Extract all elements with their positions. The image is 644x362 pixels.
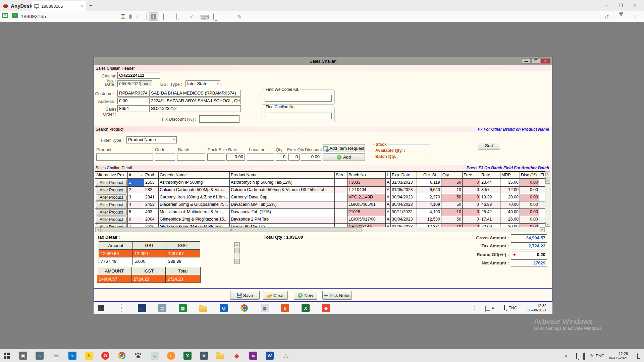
restore-button[interactable]: ❐ — [531, 58, 540, 64]
favorite-star-icon[interactable]: ☆ — [135, 14, 140, 19]
keyboard-settings-icon[interactable]: ⌨ — [200, 14, 209, 21]
free-qty-cell[interactable]: 0 — [463, 201, 480, 209]
session-tab[interactable]: 188893165 × — [32, 1, 86, 11]
new-button[interactable]: +New — [294, 291, 317, 300]
search-free-qty-input[interactable]: 0 — [288, 154, 300, 161]
add-item-request-button[interactable]: Add Item Request — [323, 144, 365, 152]
alter-product-button[interactable]: Alter Product — [96, 202, 127, 208]
address-code-field[interactable]: 0.00 — [117, 98, 149, 104]
scroll-up-icon[interactable]: ∧ — [545, 172, 550, 176]
devices-icon[interactable]: ▤ — [158, 303, 167, 313]
anydesk-icon[interactable]: ◆ — [321, 303, 331, 313]
free-qty-cell[interactable]: 0 — [463, 209, 480, 216]
save-button[interactable]: Save — [230, 291, 260, 300]
find-challan-field[interactable] — [265, 113, 332, 119]
calculator-icon[interactable]: ▦ — [260, 303, 269, 313]
start-button[interactable] — [96, 303, 106, 313]
grid-column-header[interactable]: Alternative Pro... — [95, 172, 128, 179]
language-indicator[interactable]: ENG — [596, 354, 604, 358]
sales-order-no-field[interactable]: 8654 — [117, 105, 149, 112]
tab-close-icon[interactable]: × — [81, 4, 84, 9]
add-button[interactable]: + Add — [323, 153, 365, 161]
row-number-cell[interactable]: 5 — [128, 209, 144, 216]
row-number-cell[interactable]: 2 — [128, 187, 144, 194]
chat-icon[interactable] — [176, 14, 177, 19]
free-qty-cell[interactable]: 0 — [463, 216, 480, 224]
clock[interactable]: 12:3906-08-2021 — [528, 304, 546, 312]
search-qty-input[interactable]: 0 — [276, 154, 287, 161]
round-off-value[interactable]: + 0.20 — [511, 251, 547, 258]
row-number-cell[interactable]: 1 — [128, 179, 144, 187]
mail-icon[interactable]: ✉ — [51, 351, 61, 360]
grid-column-header[interactable]: Product Name — [230, 172, 335, 179]
batch-no-cell[interactable]: LGK05/017/08 — [347, 216, 386, 224]
grid-column-header[interactable]: Rate — [480, 172, 500, 179]
discount-cell[interactable]: 0.00 — [520, 194, 539, 201]
tax-scrollbar[interactable]: ∧ ≡ ∨ — [234, 242, 240, 264]
search-rate-input[interactable]: 0.00 — [226, 154, 245, 161]
session-connected-icon[interactable]: ✓ — [12, 13, 18, 18]
scroll-left-icon[interactable]: ◄ — [95, 227, 100, 232]
app-icon[interactable]: ❖ — [199, 351, 209, 360]
alter-product-button[interactable]: Alter Product — [96, 217, 127, 223]
qty-cell[interactable]: 10 — [441, 187, 463, 194]
document-icon[interactable]: ≡ — [150, 351, 159, 360]
opera-icon[interactable]: O — [101, 351, 110, 360]
challan-no-field[interactable]: CH21224111 — [117, 72, 160, 79]
discount-cell[interactable]: 0.00 — [520, 216, 539, 224]
firefox-icon[interactable]: ◗ — [166, 351, 176, 360]
find-welcome-kit-field[interactable] — [265, 95, 332, 102]
fix-discount-field[interactable] — [199, 115, 239, 123]
gst-type-select[interactable]: Inter State˅ — [185, 80, 220, 87]
batch-no-cell[interactable]: LGK05/065/01 — [347, 201, 386, 209]
tray-expand-icon[interactable]: ∧ — [565, 354, 568, 358]
minimize-button[interactable]: ▬ — [522, 58, 531, 64]
customer-code-field[interactable]: RPBAMR0374 — [117, 90, 149, 97]
sort-button[interactable]: Sort — [478, 142, 500, 149]
grid-column-header[interactable]: Prod... — [144, 172, 159, 179]
batch-no-cell[interactable]: VPC-21149D — [347, 194, 386, 201]
session-refresh-icon[interactable]: ⟳ — [2, 13, 8, 18]
tray-expand-icon[interactable]: ▲ — [491, 305, 495, 309]
date-field[interactable]: 06/08/2021 ▦▾ — [117, 80, 152, 87]
grid-column-header[interactable]: Fi... — [539, 172, 545, 179]
history-icon[interactable]: ↺ — [604, 14, 609, 20]
filter-type-select[interactable]: Product Name˅ — [126, 136, 177, 143]
network-icon[interactable] — [576, 354, 577, 359]
chrome-icon[interactable] — [239, 303, 249, 313]
row-number-cell[interactable]: 3 — [128, 194, 144, 201]
alter-product-button[interactable]: Alter Product — [96, 180, 127, 186]
notification-icon[interactable] — [637, 354, 638, 359]
grid-column-header[interactable]: Sch... — [335, 172, 347, 179]
clock[interactable]: 12:2806-08-2021 — [609, 352, 628, 360]
scroll-down-icon[interactable]: ∨ — [545, 222, 550, 227]
clear-button[interactable]: Clear — [263, 291, 288, 300]
window-title-bar[interactable]: Sales Challan ▬ ❐ ✕ — [94, 57, 552, 65]
search-pack-size-input[interactable] — [207, 154, 225, 161]
pick-notes-button[interactable]: ⬅Pick Notes — [322, 291, 352, 300]
new-tab-button[interactable]: + — [89, 2, 93, 9]
free-qty-cell[interactable]: 0 — [463, 187, 480, 194]
alter-product-button[interactable]: Alter Product — [96, 209, 127, 216]
grid-column-header[interactable]: #▲ — [128, 172, 144, 179]
free-qty-cell[interactable]: 0 — [463, 224, 480, 227]
search-code-input[interactable] — [155, 154, 175, 161]
qty-cell[interactable]: 10 — [441, 209, 463, 216]
grid-column-header[interactable]: Batch No — [347, 172, 386, 179]
row-number-cell[interactable]: 4 — [128, 201, 144, 209]
maximize-button[interactable]: ❐ — [614, 0, 628, 11]
calendar-icon[interactable]: ▦▾ — [140, 81, 152, 86]
search-product-input[interactable] — [96, 154, 153, 161]
grid-column-header[interactable]: Cur. St... — [422, 172, 441, 179]
grip[interactable] — [117, 303, 126, 313]
pen-icon[interactable]: ✎ — [590, 353, 594, 358]
file-explorer-icon[interactable] — [199, 303, 208, 313]
task-view-icon[interactable]: ▣ — [18, 351, 28, 360]
qty-cell[interactable]: 10 — [441, 224, 463, 227]
grid-horizontal-scrollbar[interactable]: ◄ ⦀⦀ ► — [95, 227, 545, 232]
batch-no-cell[interactable]: NHD21314A — [347, 224, 386, 227]
grid-column-header[interactable]: Generic Name — [159, 172, 230, 179]
start-button[interactable] — [2, 351, 11, 360]
whiteboard-pen-icon[interactable]: ✎ — [237, 14, 242, 20]
grid-column-header[interactable]: Qty — [441, 172, 463, 179]
